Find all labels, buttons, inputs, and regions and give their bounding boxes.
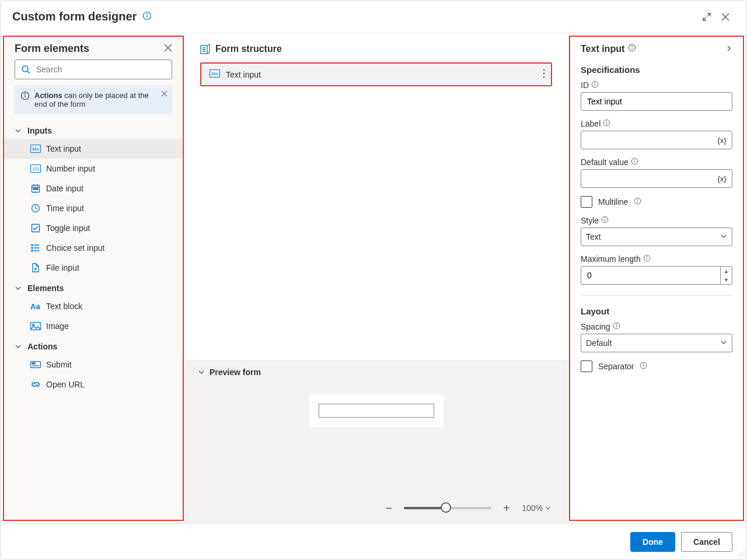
info-icon[interactable] bbox=[643, 254, 651, 264]
spin-up-icon[interactable]: ▲ bbox=[721, 267, 732, 275]
element-date-input[interactable]: Date input bbox=[4, 178, 183, 198]
element-number-input[interactable]: 123Number input bbox=[4, 159, 183, 178]
spinner[interactable]: ▲ ▼ bbox=[720, 267, 732, 284]
element-file-input[interactable]: File input bbox=[4, 258, 183, 278]
svg-point-17 bbox=[32, 244, 33, 246]
element-text-input[interactable]: AbcText input bbox=[4, 139, 183, 159]
group-inputs[interactable]: Inputs bbox=[4, 123, 183, 139]
svg-rect-13 bbox=[35, 188, 36, 190]
variable-picker-icon[interactable]: {x} bbox=[714, 134, 729, 146]
zoom-out-button[interactable]: − bbox=[382, 501, 396, 515]
svg-text:Aa: Aa bbox=[30, 302, 40, 310]
more-icon[interactable] bbox=[543, 69, 545, 80]
preview-text-input[interactable] bbox=[319, 404, 434, 418]
element-label: Image bbox=[46, 321, 69, 331]
preview-heading[interactable]: Preview form bbox=[198, 368, 554, 377]
maximize-icon[interactable] bbox=[697, 8, 716, 26]
center-panel: Form structure Abc Text input Preview fo… bbox=[184, 33, 569, 523]
dialog-footer: Done Cancel bbox=[1, 523, 746, 559]
time-input-icon bbox=[30, 204, 41, 213]
info-icon[interactable] bbox=[640, 362, 647, 371]
group-elements[interactable]: Elements bbox=[4, 280, 183, 296]
svg-rect-16 bbox=[32, 225, 40, 232]
zoom-in-button[interactable]: + bbox=[500, 501, 514, 515]
info-icon[interactable] bbox=[628, 44, 636, 54]
element-label: Toggle input bbox=[46, 223, 90, 233]
spin-down-icon[interactable]: ▼ bbox=[721, 275, 732, 284]
svg-point-30 bbox=[543, 76, 545, 78]
abc-icon: Abc bbox=[210, 69, 220, 79]
resize-grip-icon[interactable] bbox=[738, 549, 745, 558]
svg-rect-12 bbox=[33, 188, 34, 190]
structure-icon bbox=[200, 44, 211, 54]
info-icon[interactable] bbox=[603, 119, 610, 128]
svg-point-36 bbox=[595, 82, 595, 83]
element-open-url-action[interactable]: Open URL bbox=[4, 374, 183, 394]
close-icon[interactable] bbox=[716, 8, 735, 26]
zoom-value[interactable]: 100% bbox=[522, 503, 551, 513]
info-icon[interactable] bbox=[613, 322, 620, 331]
separator-label: Separator bbox=[598, 362, 634, 371]
element-toggle-input[interactable]: Toggle input bbox=[4, 218, 183, 238]
title-bar: Custom form designer bbox=[1, 1, 746, 33]
svg-point-39 bbox=[606, 121, 607, 121]
group-label: Actions bbox=[27, 342, 57, 351]
info-icon[interactable] bbox=[601, 216, 609, 225]
element-time-input[interactable]: Time input bbox=[4, 198, 183, 218]
svg-point-54 bbox=[616, 324, 617, 324]
info-icon[interactable] bbox=[634, 197, 641, 206]
structure-item-text-input[interactable]: Abc Text input bbox=[200, 62, 552, 86]
separator-checkbox[interactable] bbox=[581, 360, 592, 372]
id-label: ID bbox=[581, 80, 732, 90]
svg-text:Abc: Abc bbox=[211, 72, 219, 76]
search-input[interactable] bbox=[15, 60, 172, 79]
svg-point-63 bbox=[739, 555, 740, 556]
element-image[interactable]: Image bbox=[4, 316, 183, 336]
multiline-checkbox[interactable] bbox=[581, 196, 592, 208]
choice-input-icon bbox=[30, 243, 41, 253]
svg-point-19 bbox=[32, 250, 33, 251]
style-select[interactable]: Text bbox=[581, 228, 732, 246]
chevron-right-icon[interactable] bbox=[725, 44, 732, 54]
group-actions[interactable]: Actions bbox=[4, 338, 183, 355]
dismiss-notice-icon[interactable] bbox=[161, 90, 167, 99]
element-label: Text input bbox=[46, 144, 81, 153]
done-button[interactable]: Done bbox=[630, 532, 675, 552]
maxlen-label: Maximum length bbox=[581, 254, 732, 264]
preview-section: Preview form − + 100% bbox=[184, 360, 568, 523]
layout-heading: Layout bbox=[581, 306, 732, 316]
element-submit-action[interactable]: Submit bbox=[4, 355, 183, 374]
svg-text:Abc: Abc bbox=[32, 147, 40, 151]
group-label: Elements bbox=[27, 284, 64, 293]
default-value-input[interactable]: {x} bbox=[581, 169, 732, 188]
spacing-label: Spacing bbox=[581, 322, 732, 331]
text-input-icon: Abc bbox=[30, 145, 41, 153]
info-icon[interactable] bbox=[631, 158, 638, 167]
chevron-down-icon bbox=[15, 285, 22, 292]
id-input[interactable] bbox=[581, 92, 732, 111]
chevron-down-icon bbox=[720, 338, 727, 348]
group-label: Inputs bbox=[27, 126, 52, 135]
label-input[interactable]: {x} bbox=[581, 131, 732, 149]
element-choice-input[interactable]: Choice set input bbox=[4, 238, 183, 258]
svg-point-29 bbox=[543, 73, 545, 75]
variable-picker-icon[interactable]: {x} bbox=[714, 172, 729, 185]
info-icon[interactable] bbox=[142, 11, 152, 22]
properties-panel: Text input Specifications ID Label bbox=[569, 36, 744, 521]
form-structure-heading: Form structure bbox=[200, 44, 552, 54]
info-icon bbox=[20, 91, 30, 108]
info-icon[interactable] bbox=[591, 80, 599, 90]
svg-point-62 bbox=[741, 555, 742, 556]
svg-text:123: 123 bbox=[32, 167, 39, 171]
svg-point-58 bbox=[743, 550, 745, 551]
search-field[interactable] bbox=[35, 64, 166, 75]
zoom-slider[interactable] bbox=[404, 507, 491, 509]
open-url-action-icon bbox=[30, 381, 41, 388]
search-icon bbox=[21, 65, 30, 74]
cancel-button[interactable]: Cancel bbox=[681, 532, 732, 552]
close-panel-icon[interactable] bbox=[164, 44, 172, 54]
element-text-block[interactable]: AaText block bbox=[4, 296, 183, 316]
spacing-select[interactable]: Default bbox=[581, 334, 732, 352]
maxlen-input[interactable]: ▲ ▼ bbox=[581, 266, 732, 285]
svg-point-3 bbox=[22, 66, 28, 72]
